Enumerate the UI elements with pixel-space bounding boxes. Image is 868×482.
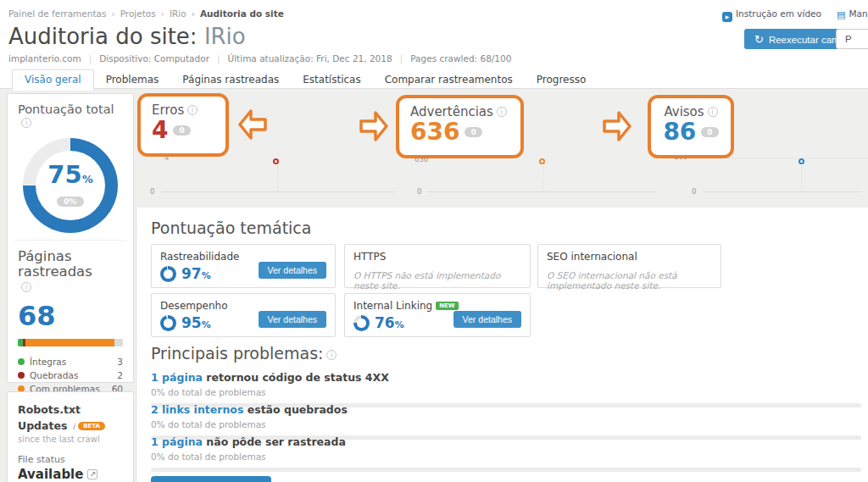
total-score-card: Pontuação totali 75% 0% Páginas rastread… xyxy=(7,93,134,383)
errors-data-point[interactable] xyxy=(273,158,279,164)
errors-metric-box[interactable]: Errosi 40 xyxy=(137,93,229,157)
legend-dot xyxy=(18,358,25,365)
total-score-gauge: 75% 0% xyxy=(23,138,118,233)
notices-metric-box[interactable]: Avisosi 860 xyxy=(648,95,734,158)
notices-value[interactable]: 86 xyxy=(663,118,696,146)
warnings-value[interactable]: 636 xyxy=(410,118,459,146)
external-link-icon: ↗ xyxy=(87,469,97,479)
info-icon[interactable]: i xyxy=(708,107,718,117)
issue-link[interactable]: 1 página xyxy=(151,371,203,384)
info-icon[interactable]: i xyxy=(21,282,31,292)
tab-issues[interactable]: Problemas xyxy=(94,70,171,90)
info-icon[interactable]: i xyxy=(72,422,75,431)
info-icon[interactable]: i xyxy=(497,107,507,117)
meta-domain: implanterio.com xyxy=(8,53,81,64)
issue-share: 0% do total de problemas xyxy=(151,452,861,462)
crawled-pages-value: 68 xyxy=(18,300,123,332)
thematic-card-international-seo: SEO internacional O SEO internacional nã… xyxy=(537,244,721,288)
thematic-card-note: O HTTPS não está implementado neste site… xyxy=(353,270,521,291)
thematic-card-internal-linking: Internal LinkingNEW 76% Ver detalhes xyxy=(344,293,531,337)
chart-tick xyxy=(542,166,543,192)
issue-link[interactable]: 1 página xyxy=(151,435,203,448)
legend-row-healthy: Íntegras3 xyxy=(18,357,123,367)
donut-center: 75% 0% xyxy=(36,151,105,220)
tab-compare-crawls[interactable]: Comparar rastreamentos xyxy=(373,70,525,90)
file-status-label: File status xyxy=(18,454,123,465)
errors-trend-chart: 4 0 xyxy=(161,155,395,192)
issue-share: 0% do total de problemas xyxy=(151,387,861,397)
chart-tick xyxy=(277,166,278,192)
thematic-card-https: HTTPS O HTTPS não está implementado nest… xyxy=(344,244,531,288)
meta-last-update: Última atualização: Fri, Dec 21, 2018 xyxy=(209,53,392,64)
notices-data-point[interactable] xyxy=(798,158,804,164)
errors-value[interactable]: 4 xyxy=(152,116,168,144)
user-manual-link[interactable]: ▤Manual do u xyxy=(837,8,868,20)
issue-text: retornou código de status 4XX xyxy=(203,371,389,384)
tab-crawled-pages[interactable]: Páginas rastreadas xyxy=(170,70,291,90)
breadcrumb-site-audit: Auditoria do site xyxy=(186,8,284,19)
legend-row-broken: Quebradas2 xyxy=(18,370,123,380)
chart-baseline xyxy=(161,191,395,192)
refresh-icon: ↻ xyxy=(754,33,764,46)
issue-item-4xx: 1 página retornou código de status 4XX 0… xyxy=(151,371,861,407)
file-status-link[interactable]: Available↗ xyxy=(18,467,123,482)
issue-text: estão quebrados xyxy=(243,403,347,416)
errors-axis-min: 0 xyxy=(150,187,154,196)
issue-text: não pôde ser rastreada xyxy=(203,435,346,448)
robots-txt-card: Robots.txt UpdatesiBETA since the last c… xyxy=(7,391,134,482)
breadcrumb-projects[interactable]: Projetos xyxy=(106,8,155,19)
score-ring xyxy=(160,266,176,282)
issue-link[interactable]: 2 links internos xyxy=(151,403,243,416)
top-issues-title: Principais problemas:i xyxy=(151,344,337,363)
bar-segment-issues xyxy=(25,339,114,346)
annotation-arrow-right-icon xyxy=(359,109,388,143)
tab-overview[interactable]: Visão geral xyxy=(12,69,94,91)
score-ring xyxy=(353,315,370,331)
legend-dot xyxy=(18,372,25,379)
divider xyxy=(14,240,126,241)
robots-title: Robots.txt Updates xyxy=(18,403,81,432)
info-icon[interactable]: i xyxy=(326,350,337,360)
tab-bar: Visão geralProblemasPáginas rastreadasEs… xyxy=(0,69,868,89)
thematic-card-label: Internal LinkingNEW xyxy=(353,300,521,312)
warnings-data-point[interactable] xyxy=(539,158,545,164)
info-icon[interactable]: i xyxy=(187,105,198,115)
info-icon[interactable]: i xyxy=(21,118,31,128)
video-tutorial-link[interactable]: ▶Instrução em vídeo xyxy=(722,8,821,22)
warnings-metric-box[interactable]: Advertênciasi 6360 xyxy=(396,95,524,158)
total-score-title: Pontuação totali xyxy=(18,102,123,130)
view-details-button[interactable]: Ver detalhes xyxy=(259,311,326,328)
notices-delta-badge: 0 xyxy=(701,127,718,137)
thematic-card-score: 76% xyxy=(375,314,404,331)
pdf-button[interactable]: P xyxy=(836,29,868,49)
total-score-value: 75 xyxy=(47,160,81,189)
chart-baseline xyxy=(428,191,655,192)
bar-segment-redirects xyxy=(114,339,123,346)
warnings-trend-chart: 636 0 xyxy=(428,155,655,192)
beta-badge: BETA xyxy=(78,422,105,430)
tab-statistics[interactable]: Estatísticas xyxy=(291,70,372,90)
thematic-card-score: 97% xyxy=(181,265,211,282)
chart-tick xyxy=(801,166,802,192)
tab-progress[interactable]: Progresso xyxy=(525,70,598,90)
breadcrumb-project[interactable]: IRio xyxy=(156,8,186,19)
video-tutorial-label: Instrução em vídeo xyxy=(736,8,821,19)
view-details-button[interactable]: Ver detalhes xyxy=(453,311,521,328)
thematic-card-label: HTTPS xyxy=(353,251,521,263)
issue-item-broken-links: 2 links internos estão quebrados 0% do t… xyxy=(151,403,861,440)
view-all-issues-button[interactable] xyxy=(151,476,271,482)
total-score-unit: % xyxy=(82,173,93,186)
warnings-axis-min: 0 xyxy=(417,187,421,196)
help-links: ▶Instrução em vídeo▤Manual do u xyxy=(722,8,868,22)
meta-pages-crawled: Pages crawled: 68/100 xyxy=(392,53,512,64)
thematic-card-label: SEO internacional xyxy=(547,251,712,263)
thematic-card-label: Desempenho xyxy=(160,300,326,312)
book-icon: ▤ xyxy=(837,9,845,20)
crawled-pages-bar xyxy=(18,339,123,346)
breadcrumb: Painel de ferramentasProjetosIRioAuditor… xyxy=(8,8,284,19)
thematic-score-title: Pontuação temática xyxy=(151,219,311,237)
view-details-button[interactable]: Ver detalhes xyxy=(259,262,326,279)
breadcrumb-tools[interactable]: Painel de ferramentas xyxy=(8,8,106,19)
meta-device: Dispositivo: Computador xyxy=(81,53,209,64)
issue-share: 0% do total de problemas xyxy=(151,419,861,429)
